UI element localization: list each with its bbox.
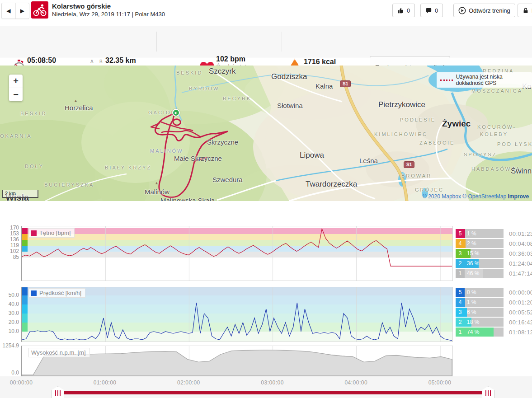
time-tick-label: 04:00:00 bbox=[344, 379, 367, 386]
zone-bar-fill bbox=[465, 229, 465, 238]
session-nav: ◀ ▶ bbox=[1, 3, 29, 19]
comment-count: 0 bbox=[435, 7, 438, 14]
session-date-device: Niedziela, Wrz 29, 2019 11:17 | Polar M4… bbox=[52, 10, 165, 18]
map-label: KIMLICHOWIEC bbox=[374, 131, 428, 137]
map-label: Małe Skrzyczne bbox=[174, 155, 222, 162]
map-zoom-control: + − bbox=[9, 75, 23, 101]
replay-training-button[interactable]: Odtwórz trening bbox=[453, 4, 515, 17]
lock-icon bbox=[523, 7, 529, 14]
timeline-scrubber-bar[interactable] bbox=[57, 391, 488, 394]
map-attribution: © 2020 Mapbox © OpenStreetMap Improve bbox=[423, 193, 529, 200]
zone-row: 315 %00:36:03 bbox=[456, 249, 532, 258]
next-session-button[interactable]: ▶ bbox=[16, 3, 29, 19]
time-tick-label: 00:00:00 bbox=[10, 379, 33, 386]
map-label: Pietrzykowice bbox=[378, 100, 425, 109]
duration-value: 05:08:50 bbox=[27, 56, 56, 65]
map-label: BYRDÓW bbox=[189, 86, 220, 91]
map-label: Szczyrk bbox=[209, 67, 236, 76]
zone-bar: 1 % bbox=[465, 229, 504, 238]
zone-time: 00:01:20 bbox=[509, 299, 532, 306]
grip-icon bbox=[485, 390, 491, 396]
zone-row: 236 %01:24:04 bbox=[456, 259, 532, 268]
zone-bar: 0 % bbox=[465, 288, 504, 297]
previous-session-button[interactable]: ◀ bbox=[2, 3, 16, 19]
map-label: Świnna bbox=[511, 167, 532, 176]
zone-percent: 0 % bbox=[467, 288, 476, 297]
y-tick-label: 30.0 bbox=[0, 310, 19, 316]
header: ◀ ▶ Kolarstwo górskie Niedziela, Wrz 29,… bbox=[0, 0, 532, 26]
y-tick-label: 170 bbox=[0, 225, 19, 231]
y-tick-label: 1254.9 bbox=[0, 342, 19, 349]
y-tick-label: 40.0 bbox=[0, 301, 19, 307]
zone-time: 00:04:08 bbox=[509, 240, 532, 247]
improve-map-link[interactable]: Improve bbox=[508, 193, 529, 200]
cycling-sport-icon bbox=[31, 1, 48, 19]
heart-rate-chart[interactable] bbox=[21, 226, 453, 281]
hr-series bbox=[22, 226, 452, 281]
map-label: KOCURÓW- bbox=[477, 124, 516, 130]
map-label: Godziszka bbox=[271, 72, 307, 81]
map-label: BROWAR bbox=[401, 173, 432, 178]
zone-badge: 1 bbox=[456, 328, 465, 337]
map-label: ZABŁOCIE bbox=[419, 140, 455, 145]
map-label: PODLESIE bbox=[400, 117, 436, 122]
zone-time: 00:01:23 bbox=[509, 230, 532, 237]
map-label: Leśna bbox=[359, 157, 378, 164]
zone-row: 41 %00:01:20 bbox=[456, 298, 532, 307]
zone-badge: 2 bbox=[456, 318, 465, 327]
map-label: BESKID bbox=[176, 70, 202, 75]
map-label: MALINÓW bbox=[150, 148, 184, 154]
zone-bar-fill bbox=[465, 239, 466, 248]
mapbox-attribution-link[interactable]: © 2020 Mapbox bbox=[423, 193, 461, 200]
hr-legend-label: Tętno [bpm] bbox=[39, 229, 71, 236]
map-label: BECYRK bbox=[223, 96, 251, 101]
zone-row: 36 %00:05:52 bbox=[456, 308, 532, 317]
zone-time: 01:24:04 bbox=[509, 260, 532, 267]
zone-row: 42 %00:04:08 bbox=[456, 239, 532, 248]
zone-time: 00:16:42 bbox=[509, 319, 532, 326]
time-tick-label: 02:00:00 bbox=[177, 379, 200, 386]
map-label: S1 bbox=[404, 161, 414, 168]
replay-label: Odtwórz trening bbox=[469, 7, 510, 14]
map-label: BUCIERYSZKA bbox=[44, 182, 94, 187]
map-label: OKARNIA bbox=[0, 133, 32, 139]
separator bbox=[156, 32, 157, 52]
dotted-route-icon bbox=[440, 80, 453, 81]
zone-bar: 46 % bbox=[465, 269, 504, 278]
osm-attribution-link[interactable]: © OpenStreetMap bbox=[462, 193, 506, 200]
zoom-out-button[interactable]: − bbox=[9, 88, 23, 101]
zone-bar: 15 % bbox=[465, 249, 504, 258]
arrow-left-icon: ◀ bbox=[6, 8, 10, 14]
zone-percent: 74 % bbox=[467, 328, 479, 337]
route-map[interactable]: SzczyrkBESKIDBYRDÓWBECYRKGACIOKGodziszka… bbox=[0, 66, 532, 201]
marker-b-label: B bbox=[99, 59, 103, 64]
y-tick-label: 85 bbox=[0, 254, 19, 260]
map-label: MOSZCZANICA bbox=[471, 88, 523, 94]
speed-legend-label: Prędkość [km/h] bbox=[39, 290, 81, 296]
comment-button[interactable]: 0 bbox=[420, 4, 443, 17]
like-button[interactable]: 0 bbox=[392, 4, 415, 17]
altitude-legend-label: Wysokość n.p.m. [m] bbox=[31, 349, 86, 356]
zone-badge: 5 bbox=[456, 288, 465, 297]
zone-percent: 36 % bbox=[467, 259, 479, 268]
speed-series bbox=[22, 287, 452, 342]
thumbs-up-icon bbox=[397, 7, 404, 14]
speed-zone-stats: 50 %00:00:0041 %00:01:2036 %00:05:52218 … bbox=[456, 288, 532, 337]
privacy-button[interactable]: P bbox=[518, 4, 532, 17]
page-title: Kolarstwo górskie bbox=[52, 2, 165, 10]
zone-row: 51 %00:01:23 bbox=[456, 229, 532, 238]
hr-legend-swatch bbox=[31, 230, 37, 236]
zone-bar: 36 % bbox=[465, 259, 504, 268]
y-tick-label: 153 bbox=[0, 230, 19, 237]
marker-a-label: A bbox=[90, 59, 94, 64]
y-tick-label: 136 bbox=[0, 236, 19, 243]
gps-accuracy-text: Używana jest niska dokładność GPS bbox=[456, 74, 528, 86]
zone-badge: 3 bbox=[456, 308, 465, 317]
zoom-in-button[interactable]: + bbox=[9, 75, 23, 88]
distance-value: 32.35 km bbox=[105, 56, 136, 65]
time-tick-label: 03:00:00 bbox=[261, 379, 284, 386]
zone-bar-fill bbox=[465, 298, 465, 307]
speed-chart[interactable] bbox=[21, 287, 453, 342]
map-label: Słotwina bbox=[277, 102, 303, 109]
map-label: GRÓJEC bbox=[415, 187, 444, 192]
